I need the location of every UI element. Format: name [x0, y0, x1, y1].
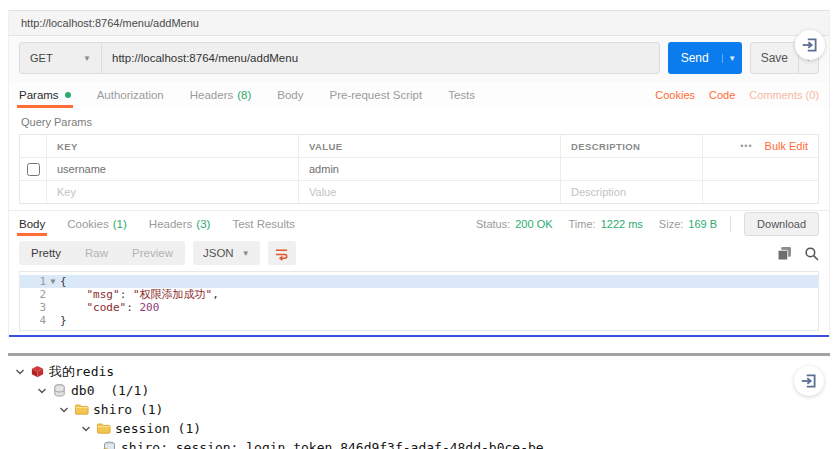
- code-text: }: [60, 314, 67, 327]
- response-tab-body[interactable]: Body: [19, 211, 45, 236]
- enter-panel-button[interactable]: [795, 30, 825, 60]
- tab-body[interactable]: Body: [277, 82, 303, 108]
- chevron-down-icon[interactable]: [12, 367, 28, 377]
- row-checkbox[interactable]: [27, 163, 40, 176]
- response-body-editor[interactable]: 1 ▼ { 2 "msg": "权限添加成功", 3 "code": 200 4…: [19, 271, 819, 331]
- response-tab-test-results[interactable]: Test Results: [232, 211, 295, 236]
- tab-headers[interactable]: Headers (8): [190, 82, 252, 108]
- wrap-lines-icon: [274, 246, 289, 261]
- tab-params[interactable]: Params: [19, 82, 71, 108]
- value-column-header: VALUE: [298, 135, 560, 157]
- fold-toggle-icon[interactable]: ▼: [46, 275, 60, 288]
- tab-tests-label: Tests: [448, 89, 475, 101]
- size-value: 169 B: [688, 218, 717, 230]
- param-value-cell[interactable]: admin: [298, 158, 560, 180]
- folder-icon: [72, 402, 90, 417]
- response-tab-cookies[interactable]: Cookies (1): [67, 211, 127, 236]
- param-description-cell[interactable]: [560, 158, 702, 180]
- send-label: Send: [668, 51, 722, 65]
- cookies-link[interactable]: Cookies: [655, 89, 695, 101]
- view-mode-segmented-control: Pretty Raw Preview: [19, 241, 185, 265]
- request-tabs: Params Authorization Headers (8) Body Pr…: [9, 82, 829, 108]
- comments-link[interactable]: Comments (0): [749, 89, 819, 101]
- tree-node-label: shiro: session: login_token_846d9f3f-ada…: [121, 440, 551, 449]
- tree-node-db0[interactable]: db0 (1/1): [8, 381, 830, 400]
- status-label: Status:: [476, 218, 510, 230]
- view-preview-button[interactable]: Preview: [120, 241, 185, 265]
- send-button[interactable]: Send ▼: [668, 42, 742, 74]
- redis-tree-panel: 我的redis db0 (1/1) shiro (1): [8, 353, 830, 449]
- tab-authorization[interactable]: Authorization: [97, 82, 164, 108]
- params-active-dot: [65, 92, 71, 98]
- wrap-lines-button[interactable]: [268, 241, 296, 265]
- chevron-down-icon: ▼: [83, 54, 91, 63]
- view-pretty-button[interactable]: Pretty: [19, 241, 73, 265]
- code-line-2: 2 "msg": "权限添加成功",: [20, 288, 818, 301]
- response-tabs: Body Cookies (1) Headers (3) Test Result…: [9, 210, 829, 236]
- row-checkbox-cell: [20, 158, 46, 180]
- view-raw-button[interactable]: Raw: [73, 241, 120, 265]
- enter-panel-button[interactable]: [794, 366, 824, 396]
- search-button[interactable]: [804, 246, 819, 261]
- database-key-icon: [100, 440, 118, 449]
- response-tab-headers-count: (3): [196, 218, 210, 230]
- format-select[interactable]: JSON ▼: [193, 241, 260, 265]
- tab-headers-label: Headers: [190, 89, 233, 101]
- tree-node-redis-connection[interactable]: 我的redis: [8, 362, 830, 381]
- tree-node-session-folder[interactable]: session (1): [8, 419, 830, 438]
- method-select[interactable]: GET ▼: [20, 43, 102, 73]
- param-key-placeholder[interactable]: Key: [46, 181, 298, 203]
- folder-icon: [94, 421, 112, 436]
- line-number: 4: [20, 314, 46, 327]
- send-dropdown-icon[interactable]: ▼: [722, 54, 742, 63]
- param-value-placeholder[interactable]: Value: [298, 181, 560, 203]
- tree-node-session-key[interactable]: shiro: session: login_token_846d9f3f-ada…: [8, 438, 830, 449]
- request-tab-bar[interactable]: http://localhost:8764/menu/addMenu: [9, 10, 829, 36]
- api-client-panel: http://localhost:8764/menu/addMenu GET ▼…: [8, 10, 830, 337]
- checkbox-column-header: [20, 135, 46, 157]
- active-tab-underline: [17, 233, 47, 236]
- arrow-into-box-icon: [801, 36, 819, 54]
- download-button[interactable]: Download: [744, 212, 819, 236]
- query-params-label: Query Params: [9, 108, 829, 134]
- code-line-4: 4 }: [20, 314, 818, 327]
- key-column-header: KEY: [46, 135, 298, 157]
- time-value: 1222 ms: [601, 218, 643, 230]
- row-checkbox-cell: [20, 181, 46, 203]
- chevron-down-icon[interactable]: [78, 424, 94, 434]
- chevron-down-icon[interactable]: [56, 405, 72, 415]
- copy-icon: [777, 246, 792, 261]
- code-line-3: 3 "code": 200: [20, 301, 818, 314]
- request-builder-row: GET ▼ Send ▼ Save ▼: [9, 36, 829, 82]
- method-label: GET: [30, 52, 53, 64]
- request-tab-title: http://localhost:8764/menu/addMenu: [21, 17, 199, 29]
- param-description-placeholder[interactable]: Description: [560, 181, 702, 203]
- copy-button[interactable]: [777, 246, 792, 261]
- active-tab-underline: [17, 105, 73, 108]
- response-tab-headers[interactable]: Headers (3): [149, 211, 211, 236]
- bulk-edit-link[interactable]: Bulk Edit: [765, 140, 808, 152]
- url-input[interactable]: [102, 43, 659, 73]
- tree-node-label: 我的redis: [49, 363, 114, 381]
- table-header-row: KEY VALUE DESCRIPTION ••• Bulk Edit: [20, 135, 818, 157]
- response-tab-headers-label: Headers: [149, 218, 192, 230]
- method-url-group: GET ▼: [19, 42, 660, 74]
- json-number-value: 200: [140, 301, 160, 314]
- param-extra-cell: [702, 158, 818, 180]
- save-label: Save: [751, 51, 798, 65]
- divider: [730, 216, 731, 232]
- response-tab-cookies-count: (1): [113, 218, 127, 230]
- code-link[interactable]: Code: [709, 89, 735, 101]
- tab-tests[interactable]: Tests: [448, 82, 475, 108]
- tab-pre-request-script[interactable]: Pre-request Script: [330, 82, 423, 108]
- table-row: username admin: [20, 157, 818, 180]
- tab-headers-count: (8): [237, 89, 251, 101]
- more-options-icon[interactable]: •••: [740, 141, 752, 151]
- tab-authorization-label: Authorization: [97, 89, 164, 101]
- param-key-cell[interactable]: username: [46, 158, 298, 180]
- tree-node-shiro-folder[interactable]: shiro (1): [8, 400, 830, 419]
- tree-node-label: session (1): [115, 421, 201, 436]
- chevron-down-icon[interactable]: [34, 386, 50, 396]
- status-value: 200 OK: [515, 218, 552, 230]
- description-column-header: DESCRIPTION: [560, 135, 702, 157]
